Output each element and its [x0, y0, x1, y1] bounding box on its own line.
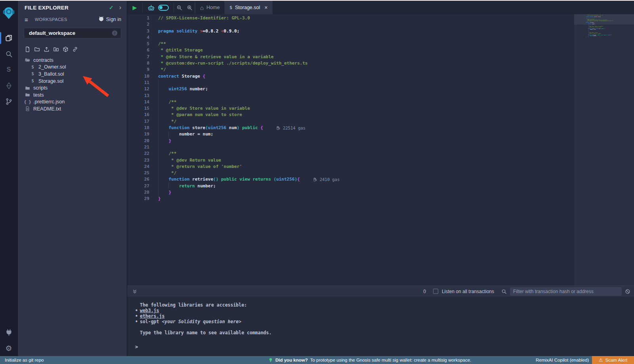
- code-editor[interactable]: 1234567891011121314151617181920212223242…: [127, 14, 634, 286]
- deploy-run-icon[interactable]: [0, 78, 18, 93]
- transaction-filter-input[interactable]: [510, 287, 622, 296]
- tree-item-scripts[interactable]: scripts: [18, 84, 127, 91]
- workspaces-label: WORKSPACES: [35, 17, 98, 22]
- tab-label: Home: [206, 5, 220, 10]
- terminal-line: •ethers.js: [135, 313, 634, 319]
- github-icon: [98, 16, 104, 23]
- code-line: */: [158, 170, 340, 176]
- folder-icon: [25, 86, 31, 91]
- line-number: 19: [127, 131, 149, 137]
- tree-item-3-ballot-sol[interactable]: S3_Ballot.sol: [18, 71, 127, 78]
- line-number: 14: [127, 99, 149, 105]
- tree-item-readme-txt[interactable]: README.txt: [18, 105, 127, 112]
- code-line: number = num;: [158, 131, 340, 137]
- code-line: */: [158, 67, 340, 73]
- main-area: ▶ ⌂HomeSStorage.sol× 1234567891011121314…: [127, 1, 634, 356]
- terminal-line: Type the library name to see available c…: [135, 330, 634, 335]
- code-line: * @custom:dev-run-script ./scripts/deplo…: [158, 60, 340, 67]
- tree-item-2-owner-sol[interactable]: S2_Owner.sol: [18, 64, 127, 71]
- tree-item-label: README.txt: [33, 106, 61, 112]
- ai-copilot-toggle[interactable]: [158, 5, 169, 11]
- line-number: 4: [127, 34, 149, 41]
- folder-icon: [25, 92, 31, 97]
- file-explorer-icon[interactable]: [0, 30, 18, 46]
- listen-transactions-checkbox[interactable]: [433, 289, 438, 294]
- new-file-icon[interactable]: [25, 46, 31, 52]
- code-line: function store(uint256 num) public {2251…: [158, 125, 340, 131]
- upload-folder-icon[interactable]: [53, 46, 59, 52]
- hamburger-menu-icon[interactable]: ≡: [25, 16, 28, 23]
- home-icon: ⌂: [200, 4, 204, 11]
- copilot-status[interactable]: RemixAI Copilot (enabled): [536, 358, 589, 362]
- chevron-right-icon[interactable]: ›: [119, 4, 121, 11]
- terminal-prompt[interactable]: >: [135, 344, 634, 350]
- remix-logo[interactable]: [0, 2, 18, 23]
- check-icon[interactable]: ✓: [109, 4, 114, 11]
- tree-item-label: contracts: [33, 57, 53, 63]
- terminal: 0 Listen on all transactions The followi…: [127, 286, 634, 356]
- zoom-in-button[interactable]: [184, 1, 195, 14]
- git-icon[interactable]: [0, 93, 18, 109]
- tab-storage-sol[interactable]: SStorage.sol×: [225, 1, 273, 14]
- tree-item-contracts[interactable]: contracts: [18, 57, 127, 64]
- tip-text: To prototype using the Gnosis safe multi…: [310, 358, 472, 362]
- close-tab-icon[interactable]: ×: [264, 4, 267, 11]
- tab-home[interactable]: ⌂Home: [195, 1, 225, 14]
- code-line: */: [158, 118, 340, 125]
- code-line: [158, 21, 340, 28]
- workspace-select[interactable]: default_workspace: [24, 28, 121, 38]
- terminal-line: [135, 324, 634, 330]
- code-line: * @param num value to store: [158, 112, 340, 118]
- scam-alert-button[interactable]: ⚠ Scam Alert: [592, 356, 634, 364]
- solidity-file-icon: S: [229, 5, 232, 10]
- terminal-line: The following libraries are accessible:: [135, 302, 634, 308]
- line-number: 9: [127, 67, 149, 73]
- terminal-line: •sol-gpt <your Solidity question here>: [135, 319, 634, 324]
- tree-item-label: tests: [33, 92, 44, 98]
- fuel-pump-icon: [313, 177, 318, 182]
- line-number: 1: [127, 15, 149, 21]
- link-icon[interactable]: [72, 46, 78, 52]
- upload-file-icon[interactable]: [44, 46, 50, 52]
- workspace-name: default_workspace: [29, 30, 112, 36]
- settings-icon[interactable]: ⚙: [0, 340, 18, 356]
- code-line: /**: [158, 151, 340, 157]
- ai-robot-icon[interactable]: [147, 4, 155, 11]
- tab-label: Storage.sol: [235, 5, 260, 10]
- tree-item-storage-sol[interactable]: SStorage.sol: [18, 78, 127, 85]
- fuel-pump-icon: [277, 126, 281, 130]
- plugin-manager-icon[interactable]: [0, 324, 18, 340]
- tree-item-label: scripts: [33, 85, 48, 91]
- search-icon[interactable]: [0, 46, 18, 62]
- zoom-out-button[interactable]: [174, 1, 184, 14]
- github-sign-in-button[interactable]: Sign in: [98, 16, 121, 23]
- code-line: [158, 80, 340, 86]
- minimap[interactable]: // SPDX-License-Identifier: GPL-3.0pragm…: [574, 14, 634, 286]
- line-number: 3: [127, 28, 149, 34]
- terminal-search-icon[interactable]: [501, 289, 507, 294]
- clear-console-icon[interactable]: [625, 289, 630, 294]
- transaction-count: 0: [423, 289, 426, 294]
- run-script-play-button[interactable]: ▶: [127, 1, 142, 14]
- terminal-link[interactable]: web3.js: [140, 308, 159, 313]
- ipfs-cube-icon[interactable]: [63, 46, 69, 52]
- tree-item-tests[interactable]: tests: [18, 91, 127, 99]
- terminal-link[interactable]: ethers.js: [140, 313, 164, 319]
- gas-estimate-badge: 22514 gas: [277, 125, 306, 131]
- terminal-collapse-icon[interactable]: [132, 289, 137, 294]
- tree-item--prettierrc-json[interactable]: { }.prettierrc.json: [18, 99, 127, 106]
- code-line: [158, 93, 340, 99]
- init-git-repo-button[interactable]: Initialize as git repo: [5, 358, 44, 362]
- line-number: 15: [127, 105, 149, 112]
- line-number: 29: [127, 196, 149, 202]
- line-number: 21: [127, 144, 149, 151]
- window-top-edge: [0, 0, 634, 1]
- solidity-compiler-icon[interactable]: S: [0, 62, 18, 78]
- terminal-output: The following libraries are accessible:•…: [127, 297, 634, 335]
- file-explorer-header: FILE EXPLORER ✓ ›: [18, 1, 127, 14]
- sign-in-label: Sign in: [106, 17, 121, 22]
- code-line: function retrieve() public view returns …: [158, 176, 340, 183]
- new-folder-icon[interactable]: [34, 46, 40, 52]
- code-line: * @dev Store & retrieve value in a varia…: [158, 54, 340, 60]
- solidity-file-icon: S: [30, 65, 36, 69]
